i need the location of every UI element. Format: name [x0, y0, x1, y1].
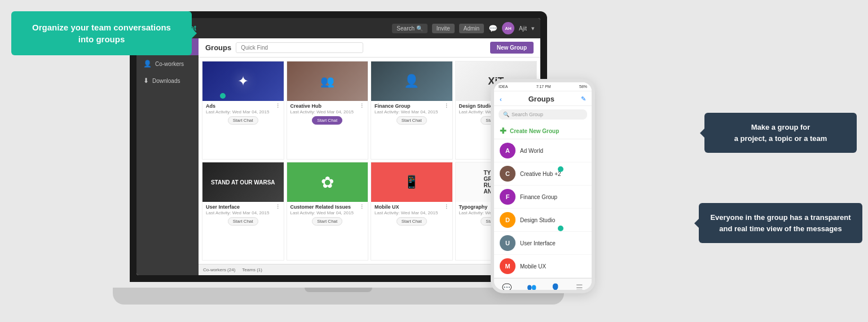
star-decoration: ✦	[237, 73, 249, 89]
group-name-ads: Ads ⋮	[206, 103, 280, 109]
group-menu-icon-mobile[interactable]: ⋮	[444, 204, 449, 210]
phone-avatar-creative: C	[500, 166, 515, 182]
phone-group-name-design: Design Studio	[520, 217, 555, 223]
quick-find-input[interactable]	[236, 42, 363, 53]
phone-group-item-creative[interactable]: C Creative Hub +2	[494, 162, 592, 186]
connector-dot-right-bottom	[558, 226, 563, 231]
group-info-finance: Finance Group ⋮ Last Activity: Wed Mar 0…	[371, 101, 452, 127]
group-name-finance: Finance Group ⋮	[374, 103, 449, 109]
sidebar-item-downloads[interactable]: ⬇ Downloads	[136, 72, 199, 89]
phone-group-item-finance[interactable]: F Finance Group	[494, 186, 592, 209]
phone-tab-groups[interactable]: 👤 Groups	[544, 279, 568, 293]
phone-back-icon[interactable]: ‹	[500, 96, 502, 103]
creative-thumb-decoration: 👥	[320, 74, 334, 88]
group-menu-icon-ui[interactable]: ⋮	[275, 204, 280, 210]
groups-tab-label: Groups	[549, 293, 562, 294]
main-area: 👥 Groups 👤 Co-workers ⬇ Downloads	[136, 38, 540, 275]
group-info-ui: User Interface ⋮ Last Activity: Wed Mar …	[202, 202, 284, 228]
invite-button[interactable]: Invite	[432, 24, 455, 33]
start-chat-creative[interactable]: Start Chat	[312, 116, 342, 125]
group-menu-icon-creative[interactable]: ⋮	[359, 103, 364, 109]
conversations-tab-icon: 💬	[502, 283, 512, 292]
phone-group-item-mobile[interactable]: M Mobile UX	[494, 255, 592, 278]
callout-left-text: Organize your team conversations into gr…	[32, 23, 171, 44]
phone-group-name-finance: Finance Group	[520, 194, 557, 200]
coworkers-tab-icon: 👥	[527, 283, 536, 292]
group-activity-mobile: Last Activity: Wed Mar 04, 2015	[374, 210, 449, 215]
phone-search[interactable]: 🔍 Search Group	[499, 109, 587, 120]
callout-right-bottom: Everyone in the group has a transparent …	[699, 203, 862, 243]
group-activity-customer: Last Activity: Wed Mar 04, 2015	[290, 210, 365, 215]
sidebar: 👥 Groups 👤 Co-workers ⬇ Downloads	[136, 38, 199, 275]
group-name-creative: Creative Hub ⋮	[290, 103, 365, 109]
phone-tab-conversations[interactable]: 💬 Conversations	[494, 279, 519, 293]
content-header: Groups New Group	[199, 38, 540, 58]
group-info-customer: Customer Related Issues ⋮ Last Activity:…	[287, 202, 368, 228]
flower-icon: ✿	[321, 173, 334, 192]
create-new-label: Create New Group	[510, 128, 559, 134]
callout-left: Organize your team conversations into gr…	[11, 11, 192, 55]
group-menu-icon[interactable]: ⋮	[275, 103, 280, 109]
phone-group-item-design[interactable]: D Design Studio	[494, 209, 592, 232]
phone-group-item-adworld[interactable]: A Ad World	[494, 139, 592, 162]
group-activity-ui: Last Activity: Wed Mar 04, 2015	[206, 210, 280, 215]
phone-nav-bar: ‹ Groups ✎	[494, 91, 592, 106]
group-name-ui: User Interface ⋮	[206, 204, 280, 210]
phone-mockup: IDEA 7:17 PM 58% ‹ Groups ✎ 🔍 Search Gro…	[491, 79, 595, 293]
phone-group-item-ui[interactable]: U User Interface	[494, 232, 592, 255]
phone-carrier: IDEA	[499, 85, 508, 89]
phone-avatar-adworld: A	[500, 143, 515, 158]
start-chat-customer[interactable]: Start Chat	[312, 217, 342, 226]
group-thumb-finance: 👤	[371, 61, 452, 101]
group-thumb-ui: STAND AT OUR WARSA	[202, 162, 284, 202]
coworkers-count: Co-workers (24)	[203, 267, 235, 272]
finance-thumb-person: 👤	[404, 74, 419, 89]
group-card-mobile: 📱 Mobile UX ⋮ Last Activity: Wed Mar 04,…	[371, 162, 453, 261]
group-activity-ads: Last Activity: Wed Mar 04, 2015	[206, 109, 280, 114]
group-menu-icon-finance[interactable]: ⋮	[444, 103, 449, 109]
phone-tab-coworkers[interactable]: 👥 Co-workers	[519, 279, 544, 293]
phone-avatar-finance: F	[500, 189, 515, 205]
phone-create-new-group[interactable]: ✚ Create New Group	[494, 123, 592, 139]
group-card-customer: ✿ Customer Related Issues ⋮ Last Activit…	[287, 162, 369, 261]
sidebar-coworkers-label: Co-workers	[155, 61, 184, 67]
start-chat-mobile[interactable]: Start Chat	[396, 217, 427, 226]
group-activity-creative: Last Activity: Wed Mar 04, 2015	[290, 109, 365, 114]
start-chat-finance[interactable]: Start Chat	[396, 116, 427, 125]
start-chat-ads[interactable]: Start Chat	[228, 116, 258, 125]
start-chat-ui[interactable]: Start Chat	[228, 217, 258, 226]
user-avatar[interactable]: AH	[502, 22, 514, 34]
coworkers-icon: 👤	[143, 60, 152, 68]
phone-search-icon: 🔍	[503, 112, 509, 117]
ui-thumb-text: STAND AT OUR WARSA	[209, 177, 277, 188]
admin-button[interactable]: Admin	[459, 24, 484, 33]
more-tab-label: More	[575, 293, 584, 294]
phone-edit-icon[interactable]: ✎	[581, 95, 586, 103]
phone-avatar-design: D	[500, 212, 515, 228]
phone-tab-more[interactable]: ☰ More	[567, 279, 592, 293]
phone-avatar-ui: U	[500, 235, 515, 251]
phone-time: 7:17 PM	[536, 85, 551, 89]
sidebar-downloads-label: Downloads	[152, 78, 180, 84]
group-menu-icon-customer[interactable]: ⋮	[359, 204, 364, 210]
group-activity-finance: Last Activity: Wed Mar 04, 2015	[374, 109, 449, 114]
phone-group-name-ui: User Interface	[520, 240, 556, 246]
new-group-button[interactable]: New Group	[490, 42, 534, 54]
phone-group-name-creative: Creative Hub +2	[520, 171, 561, 177]
scene: Organize your team conversations into gr…	[0, 0, 868, 322]
group-name-mobile: Mobile UX ⋮	[374, 204, 449, 210]
phone-search-placeholder: Search Group	[512, 112, 543, 117]
message-icon[interactable]: 💬	[488, 24, 497, 33]
group-card-ads: ✦ Ads ⋮ Last Activity: Wed Mar 04, 2015	[202, 61, 284, 160]
group-card-finance: 👤 Finance Group ⋮ Last Activity: Wed Mar…	[371, 61, 453, 160]
sidebar-item-coworkers[interactable]: 👤 Co-workers	[136, 55, 199, 72]
connector-dot-groups	[220, 93, 226, 99]
dropdown-arrow-icon[interactable]: ▾	[531, 25, 535, 32]
phone-avatar-mobile: M	[500, 258, 515, 274]
group-info-ads: Ads ⋮ Last Activity: Wed Mar 04, 2015 St…	[202, 101, 284, 127]
create-new-icon: ✚	[500, 126, 506, 135]
search-bar[interactable]: Search 🔍	[392, 24, 427, 33]
callout-right-top: Make a group for a project, a topic or a…	[704, 113, 857, 153]
laptop-screen-border: ☰ ⚪ officechat Search 🔍 Invite Admin 💬 A…	[130, 11, 547, 282]
content-panel: Groups New Group ✦	[199, 38, 540, 275]
